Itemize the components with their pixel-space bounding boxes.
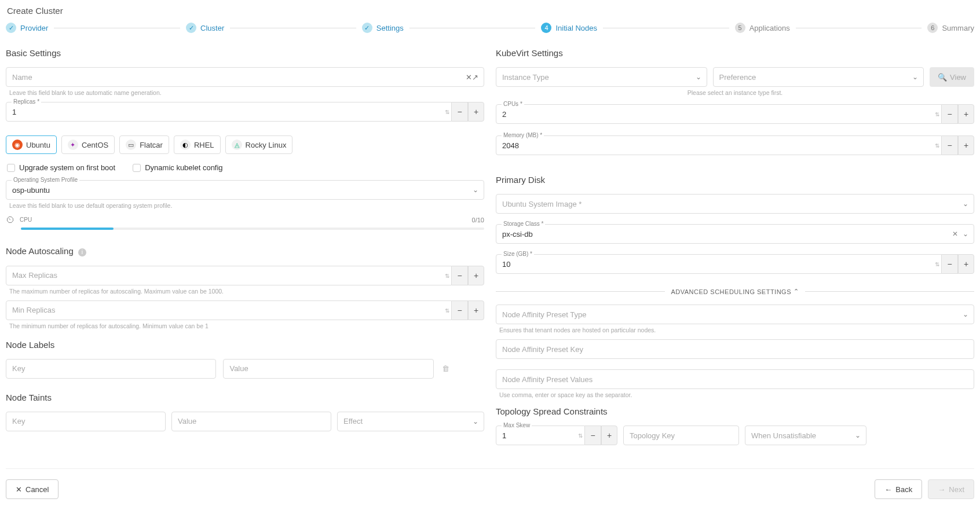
instance-type-select[interactable] (496, 67, 707, 87)
step-provider[interactable]: ✓ Provider (6, 23, 48, 33)
os-ubuntu-button[interactable]: ◉ Ubuntu (6, 135, 57, 154)
affinity-key-field (496, 339, 974, 359)
step-divider (409, 28, 536, 28)
affinity-values-hint: Use comma, enter or space key as the sep… (499, 391, 974, 398)
label-value-input[interactable] (223, 359, 433, 379)
max-skew-input[interactable] (496, 426, 585, 445)
memory-decrement-button[interactable]: − (942, 135, 958, 155)
trash-icon[interactable]: 🗑 (441, 364, 451, 373)
min-replicas-input[interactable] (6, 300, 452, 320)
cpus-decrement-button[interactable]: − (942, 104, 958, 124)
storage-class-label: Storage Class * (502, 221, 545, 227)
affinity-values-input[interactable] (496, 369, 974, 389)
rocky-icon: ◬ (232, 140, 242, 150)
max-replicas-increment-button[interactable]: + (468, 266, 484, 285)
min-replicas-decrement-button[interactable]: − (452, 300, 468, 320)
replicas-field: Replicas * ⇅ − + (6, 102, 484, 122)
checkbox-icon (7, 164, 15, 172)
max-replicas-field: ⇅ − + (6, 266, 484, 285)
max-skew-increment-button[interactable]: + (601, 426, 617, 445)
cpus-label: CPUs * (502, 101, 524, 107)
step-settings[interactable]: ✓ Settings (362, 23, 404, 33)
taint-effect-select[interactable] (337, 412, 484, 431)
back-button[interactable]: ← Back (875, 479, 922, 499)
memory-input[interactable] (496, 135, 942, 155)
os-rocky-button[interactable]: ◬ Rocky Linux (225, 135, 293, 154)
cpus-field: CPUs * ⇅ − + (496, 104, 974, 124)
cpu-usage: 0/10 (472, 217, 484, 223)
memory-increment-button[interactable]: + (958, 135, 974, 155)
osp-select[interactable] (6, 180, 484, 200)
replicas-decrement-button[interactable]: − (452, 102, 468, 122)
affinity-type-select[interactable] (496, 305, 974, 324)
storage-class-select[interactable] (496, 224, 974, 244)
basic-settings-heading: Basic Settings (6, 48, 484, 58)
disk-size-increment-button[interactable]: + (958, 254, 974, 274)
primary-disk-heading: Primary Disk (496, 175, 974, 185)
label-key-input[interactable] (6, 359, 216, 379)
dynamic-kubelet-checkbox[interactable]: Dynamic kubelet config (133, 163, 222, 172)
step-number-icon: 6 (927, 23, 938, 33)
arrow-left-icon: ← (884, 485, 892, 494)
cpu-label: CPU (20, 217, 32, 223)
system-image-field[interactable]: ⌄ (496, 194, 974, 214)
os-centos-button[interactable]: ✦ CentOS (61, 135, 115, 154)
step-initial-nodes[interactable]: 4 Initial Nodes (541, 23, 597, 33)
shuffle-icon[interactable]: ✕↗ (466, 73, 478, 82)
clear-icon[interactable]: ✕ (952, 230, 958, 238)
max-skew-label: Max Skew (502, 422, 532, 428)
footer: ✕ Cancel ← Back → Next (6, 468, 974, 499)
os-rhel-button[interactable]: ◐ RHEL (174, 135, 221, 154)
memory-label: Memory (MB) * (502, 132, 544, 138)
disk-size-input[interactable] (496, 254, 942, 274)
name-input[interactable] (6, 67, 484, 87)
upgrade-on-boot-checkbox[interactable]: Upgrade system on first boot (7, 163, 115, 172)
replicas-increment-button[interactable]: + (468, 102, 484, 122)
topology-key-input[interactable] (623, 426, 739, 445)
taint-value-input[interactable] (171, 412, 331, 431)
max-skew-decrement-button[interactable]: − (585, 426, 601, 445)
memory-field: Memory (MB) * ⇅ − + (496, 135, 974, 155)
system-image-select[interactable] (496, 194, 974, 214)
checkbox-icon (133, 164, 141, 172)
cpu-progress-bar (21, 228, 484, 230)
affinity-type-hint: Ensures that tenant nodes are hosted on … (499, 327, 974, 333)
osp-field[interactable]: Operating System Profile ⌄ (6, 180, 484, 200)
cancel-button[interactable]: ✕ Cancel (6, 479, 58, 499)
affinity-key-input[interactable] (496, 339, 974, 359)
info-icon[interactable]: i (78, 248, 86, 256)
autoscaling-heading: Node Autoscaling i (6, 246, 484, 256)
when-unsatisfiable-field[interactable]: ⌄ (745, 426, 866, 445)
check-icon: ✓ (362, 23, 372, 33)
topology-heading: Topology Spread Constraints (496, 406, 974, 416)
advanced-settings-toggle[interactable]: ADVANCED SCHEDULING SETTINGS ⌃ (496, 288, 974, 295)
node-taints-heading: Node Taints (6, 393, 484, 402)
max-skew-field: Max Skew ⇅ − + (496, 426, 617, 445)
os-flatcar-button[interactable]: ▭ Flatcar (119, 135, 169, 154)
taint-key-input[interactable] (6, 412, 166, 431)
page-title: Create Cluster (6, 6, 974, 16)
stepper: ✓ Provider ✓ Cluster ✓ Settings 4 Initia… (6, 23, 974, 33)
affinity-values-field (496, 369, 974, 389)
preference-select[interactable] (713, 67, 924, 87)
ubuntu-icon: ◉ (12, 140, 23, 150)
chevron-up-icon: ⌃ (793, 288, 799, 295)
disk-size-decrement-button[interactable]: − (942, 254, 958, 274)
storage-class-field[interactable]: Storage Class * ✕ ⌄ (496, 224, 974, 244)
min-replicas-increment-button[interactable]: + (468, 300, 484, 320)
when-unsatisfiable-select[interactable] (745, 426, 866, 445)
topology-key-field (623, 426, 739, 445)
step-cluster[interactable]: ✓ Cluster (186, 23, 224, 33)
replicas-input[interactable] (6, 102, 452, 122)
node-labels-heading: Node Labels (6, 340, 484, 350)
min-replicas-hint: The minimum number of replicas for autos… (9, 322, 484, 329)
kubevirt-heading: KubeVirt Settings (496, 48, 974, 58)
cpus-input[interactable] (496, 104, 942, 124)
affinity-type-field[interactable]: ⌄ (496, 305, 974, 324)
replicas-label: Replicas * (12, 98, 41, 105)
max-replicas-decrement-button[interactable]: − (452, 266, 468, 285)
rhel-icon: ◐ (180, 140, 191, 150)
cpus-increment-button[interactable]: + (958, 104, 974, 124)
instance-type-field: ⌄ (496, 67, 707, 87)
max-replicas-input[interactable] (6, 266, 452, 285)
